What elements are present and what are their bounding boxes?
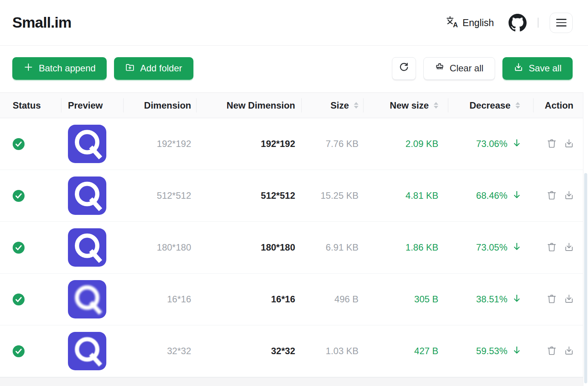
svg-text:A: A <box>453 21 458 28</box>
download-button[interactable] <box>564 138 574 150</box>
column-header-decrease[interactable]: Decrease <box>448 93 533 118</box>
download-icon <box>564 345 574 357</box>
download-button[interactable] <box>564 190 574 201</box>
download-button[interactable] <box>564 345 574 357</box>
dimension-value: 16*16 <box>124 274 197 325</box>
status-success-icon <box>13 242 25 254</box>
decrease-value: 73.06% <box>448 118 533 170</box>
refresh-icon <box>399 62 409 75</box>
preview-image[interactable] <box>68 125 106 163</box>
action-cell <box>533 118 583 170</box>
dimension-value: 32*32 <box>124 325 197 377</box>
download-button[interactable] <box>564 242 574 253</box>
size-value: 7.76 KB <box>302 118 363 170</box>
top-bar: Small.im A English <box>0 0 588 46</box>
decrease-value: 73.05% <box>448 222 533 273</box>
column-header-new-size[interactable]: New size <box>363 93 448 118</box>
table-row: 512*512 512*512 15.25 KB 4.81 KB 68.46% <box>0 170 583 222</box>
status-success-icon <box>13 190 25 202</box>
sort-icon[interactable] <box>515 102 520 109</box>
vertical-scrollbar-thumb[interactable] <box>584 173 587 383</box>
preview-cell <box>61 170 124 221</box>
trash-icon <box>547 190 557 201</box>
arrow-down-icon <box>507 242 522 254</box>
clear-all-button[interactable]: Clear all <box>423 57 495 80</box>
column-header-new-dimension: New Dimension <box>197 93 302 118</box>
dimension-value: 512*512 <box>124 170 197 221</box>
status-cell <box>0 325 61 377</box>
table-row: 16*16 16*16 496 B 305 B 38.51% <box>0 274 583 325</box>
language-label: English <box>462 17 494 28</box>
delete-button[interactable] <box>547 345 557 357</box>
status-cell <box>0 118 61 170</box>
download-icon <box>564 242 574 253</box>
delete-button[interactable] <box>547 294 557 305</box>
delete-button[interactable] <box>547 242 557 253</box>
plus-icon <box>23 62 33 74</box>
trash-icon <box>547 138 557 150</box>
preview-cell <box>61 118 124 170</box>
github-icon <box>509 26 527 33</box>
action-cell <box>533 325 583 377</box>
language-switcher[interactable]: A English <box>446 15 494 30</box>
results-table: Status Preview Dimension New Dimension S… <box>0 92 588 386</box>
preview-image[interactable] <box>68 280 106 318</box>
status-success-icon <box>13 345 25 357</box>
action-cell <box>533 274 583 325</box>
preview-cell <box>61 222 124 273</box>
column-header-action: Action <box>533 93 583 118</box>
download-tray-icon <box>514 62 524 74</box>
new-dimension-value: 180*180 <box>197 222 302 273</box>
refresh-button[interactable] <box>392 57 416 80</box>
add-folder-button[interactable]: Add folder <box>114 57 193 80</box>
toolbar: Batch append Add folder <box>0 46 588 92</box>
sort-icon[interactable] <box>434 102 438 109</box>
save-all-button[interactable]: Save all <box>502 57 573 80</box>
github-link[interactable] <box>509 14 527 32</box>
status-cell <box>0 222 61 273</box>
batch-append-button[interactable]: Batch append <box>12 57 107 80</box>
column-header-size[interactable]: Size <box>302 93 363 118</box>
new-size-value: 427 B <box>363 325 448 377</box>
size-value: 6.91 KB <box>302 222 363 273</box>
dimension-value: 192*192 <box>124 118 197 170</box>
status-cell <box>0 170 61 221</box>
new-size-value: 2.09 KB <box>363 118 448 170</box>
decrease-value: 38.51% <box>448 274 533 325</box>
size-value: 1.03 KB <box>302 325 363 377</box>
new-dimension-value: 16*16 <box>197 274 302 325</box>
action-cell <box>533 170 583 221</box>
hamburger-icon <box>556 19 567 20</box>
trash-icon <box>547 242 557 253</box>
arrow-down-icon <box>507 138 522 150</box>
table-row: 192*192 192*192 7.76 KB 2.09 KB 73.06% <box>0 118 583 170</box>
translate-icon: A <box>446 15 458 30</box>
toolbar-right: Clear all Save all <box>392 57 573 80</box>
preview-image[interactable] <box>68 228 106 267</box>
column-header-status: Status <box>0 93 61 118</box>
hamburger-menu-button[interactable] <box>550 13 573 33</box>
table-row: 32*32 32*32 1.03 KB 427 B 59.53% <box>0 325 583 377</box>
vertical-scrollbar-track[interactable] <box>583 92 588 386</box>
decrease-value: 68.46% <box>448 170 533 221</box>
download-icon <box>564 190 574 201</box>
page-title: Small.im <box>12 14 71 31</box>
new-size-value: 4.81 KB <box>363 170 448 221</box>
preview-image[interactable] <box>68 332 106 370</box>
table-body: 192*192 192*192 7.76 KB 2.09 KB 73.06% <box>0 118 588 377</box>
new-size-value: 1.86 KB <box>363 222 448 273</box>
sort-icon[interactable] <box>354 102 358 109</box>
delete-button[interactable] <box>547 190 557 201</box>
broom-icon <box>435 63 444 74</box>
new-size-value: 305 B <box>363 274 448 325</box>
status-success-icon <box>13 294 25 305</box>
arrow-down-icon <box>507 345 522 357</box>
download-icon <box>564 138 574 150</box>
download-icon <box>564 294 574 305</box>
column-header-preview: Preview <box>61 93 124 118</box>
download-button[interactable] <box>564 294 574 305</box>
preview-image[interactable] <box>68 177 106 215</box>
action-cell <box>533 222 583 273</box>
delete-button[interactable] <box>547 138 557 150</box>
preview-cell <box>61 274 124 325</box>
